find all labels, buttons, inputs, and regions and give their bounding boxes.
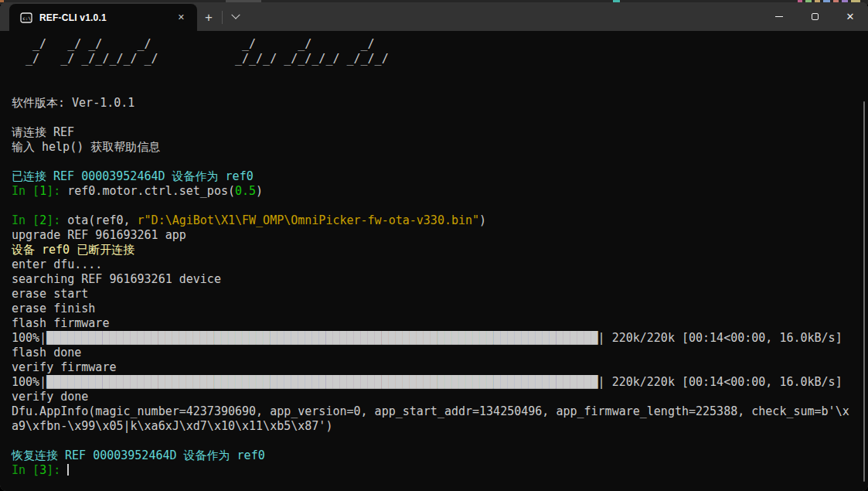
terminal-line: 恢复连接 REF 00003952464D 设备作为 ref0 bbox=[12, 448, 868, 463]
terminal-line: _/ _/ _/ _/ _/ _/ _/ bbox=[12, 37, 868, 52]
titlebar: c:\ REF-CLI v1.0.1 ✕ + ✕ bbox=[0, 2, 868, 31]
terminal-line: 请连接 REF bbox=[12, 125, 868, 140]
minimize-icon bbox=[775, 16, 783, 17]
tab-title: REF-CLI v1.0.1 bbox=[39, 12, 173, 23]
terminal-line: 输入 help() 获取帮助信息 bbox=[12, 140, 868, 155]
terminal-line: upgrade REF 961693261 app bbox=[12, 228, 868, 243]
terminal-line: flash done bbox=[12, 346, 868, 360]
tab-bar-divider bbox=[222, 11, 223, 24]
terminal-line bbox=[12, 111, 868, 125]
terminal-line: Dfu.AppInfo(magic_number=4237390690, app… bbox=[12, 404, 868, 419]
terminal-line bbox=[12, 66, 868, 81]
text-cursor bbox=[67, 464, 69, 476]
terminal-window: c:\ REF-CLI v1.0.1 ✕ + ✕ _/ _/ _/ bbox=[0, 2, 868, 491]
close-button[interactable]: ✕ bbox=[832, 2, 868, 30]
terminal-output[interactable]: _/ _/ _/ _/ _/ _/ _/ _/ _/ _/_/_/_/ _/ _… bbox=[0, 31, 868, 491]
terminal-line: erase start bbox=[12, 287, 868, 302]
terminal-line bbox=[12, 155, 868, 169]
terminal-line: 设备 ref0 已断开连接 bbox=[12, 243, 868, 257]
terminal-line: _/ _/ _/_/_/_/ _/ _/_/_/ _/_/_/_/ _/_/_/ bbox=[12, 52, 868, 66]
terminal-line: In [1]: ref0.motor.ctrl.set_pos(0.5) bbox=[12, 184, 868, 199]
terminal-line bbox=[12, 199, 868, 213]
terminal-line: searching REF 961693261 device bbox=[12, 272, 868, 287]
plus-icon: + bbox=[205, 11, 213, 24]
terminal-line: In [3]: bbox=[12, 463, 868, 478]
close-icon: ✕ bbox=[846, 12, 855, 22]
terminal-line: 100%|███████████████████████████████████… bbox=[12, 375, 868, 390]
terminal-line bbox=[12, 81, 868, 96]
chevron-down-icon bbox=[231, 11, 240, 19]
terminal-line: 已连接 REF 00003952464D 设备作为 ref0 bbox=[12, 169, 868, 184]
new-tab-button[interactable]: + bbox=[197, 6, 220, 28]
terminal-line: verify done bbox=[12, 390, 868, 404]
tab-dropdown-button[interactable] bbox=[224, 6, 247, 28]
tab-close-icon[interactable]: ✕ bbox=[173, 10, 189, 25]
terminal-line: a9\xfbn-\x99\x05|k\xa6xJ\xd7\x10\x11\xb5… bbox=[12, 419, 868, 434]
terminal-line: enter dfu.... bbox=[12, 257, 868, 272]
cmd-icon: c:\ bbox=[20, 12, 32, 23]
terminal-line: flash firmware bbox=[12, 316, 868, 331]
terminal-line: 软件版本: Ver-1.0.1 bbox=[12, 96, 868, 111]
terminal-line: verify firmware bbox=[12, 360, 868, 375]
terminal-line: 100%|███████████████████████████████████… bbox=[12, 331, 868, 346]
svg-text:c:\: c:\ bbox=[22, 15, 31, 20]
scrollbar[interactable] bbox=[863, 101, 865, 482]
terminal-line: In [2]: ota(ref0, r"D:\AgiBot\X1\FW_OMP\… bbox=[12, 213, 868, 228]
terminal-line: erase finish bbox=[12, 302, 868, 316]
maximize-button[interactable] bbox=[797, 2, 832, 30]
window-caption-buttons: ✕ bbox=[761, 2, 868, 30]
terminal-line bbox=[12, 434, 868, 448]
minimize-button[interactable] bbox=[761, 2, 797, 30]
maximize-icon bbox=[812, 13, 819, 20]
tab-ref-cli[interactable]: c:\ REF-CLI v1.0.1 ✕ bbox=[9, 4, 197, 31]
